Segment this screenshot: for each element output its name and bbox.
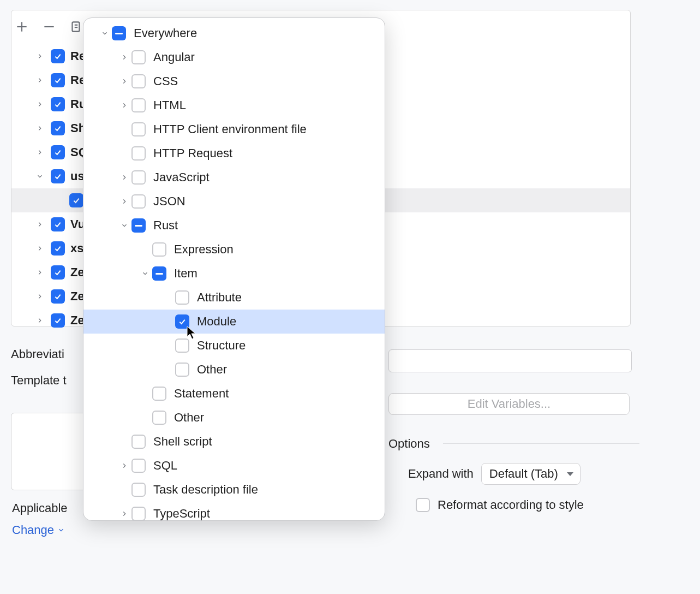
chevron-down-icon[interactable] [34, 173, 45, 180]
chevron-right-icon[interactable] [34, 221, 45, 228]
chevron-right-icon[interactable] [34, 317, 45, 324]
group-checkbox[interactable] [51, 289, 65, 304]
context-checkbox[interactable] [112, 26, 126, 40]
chevron-right-icon[interactable] [34, 293, 45, 300]
context-label: Attribute [197, 290, 242, 305]
context-checkbox[interactable] [131, 459, 146, 473]
abbreviation-input[interactable] [388, 349, 632, 372]
chevron-down-icon[interactable] [117, 222, 131, 229]
group-checkbox[interactable] [51, 145, 65, 159]
chevron-down-icon[interactable] [138, 270, 152, 277]
context-row[interactable]: Everywhere [83, 21, 385, 45]
group-checkbox[interactable] [51, 241, 65, 256]
context-row[interactable]: Angular [83, 45, 385, 69]
context-checkbox[interactable] [131, 74, 146, 88]
context-label: Other [174, 411, 204, 425]
context-row[interactable]: Attribute [83, 286, 385, 310]
group-checkbox[interactable] [51, 73, 65, 87]
add-icon[interactable] [15, 20, 29, 34]
context-checkbox[interactable] [152, 242, 166, 257]
context-row[interactable]: Expression [83, 237, 385, 262]
options-divider [443, 443, 639, 444]
edit-variables-button[interactable]: Edit Variables... [388, 393, 630, 415]
context-label: Structure [197, 338, 246, 353]
group-checkbox[interactable] [51, 169, 65, 183]
reformat-checkbox[interactable] [416, 498, 430, 512]
context-label: Item [174, 266, 198, 281]
group-checkbox[interactable] [51, 265, 65, 280]
chevron-right-icon[interactable] [34, 245, 45, 252]
context-checkbox[interactable] [152, 387, 166, 401]
context-label: Expression [174, 242, 234, 257]
context-checkbox[interactable] [152, 266, 166, 281]
change-link[interactable]: Change [12, 523, 65, 537]
context-checkbox[interactable] [175, 314, 189, 329]
chevron-right-icon[interactable] [117, 102, 131, 109]
context-checkbox[interactable] [131, 435, 146, 449]
context-checkbox[interactable] [152, 411, 166, 425]
context-checkbox[interactable] [175, 363, 189, 377]
chevron-right-icon[interactable] [34, 269, 45, 276]
context-picker-tree[interactable]: EverywhereAngularCSSHTMLHTTP Client envi… [83, 18, 385, 520]
context-row[interactable]: Other [83, 358, 385, 382]
context-checkbox[interactable] [131, 98, 146, 112]
chevron-right-icon[interactable] [34, 124, 45, 132]
group-checkbox[interactable] [51, 97, 65, 111]
context-checkbox[interactable] [175, 338, 189, 353]
duplicate-icon[interactable] [69, 20, 83, 34]
context-row[interactable]: JavaScript [83, 165, 385, 189]
context-row[interactable]: HTTP Client environment file [83, 117, 385, 141]
context-row[interactable]: Structure [83, 334, 385, 358]
context-checkbox[interactable] [131, 50, 146, 64]
context-row[interactable]: JSON [83, 189, 385, 213]
group-checkbox[interactable] [51, 49, 65, 63]
context-label: Rust [153, 218, 178, 233]
remove-icon[interactable] [42, 20, 56, 34]
context-checkbox[interactable] [131, 170, 146, 185]
context-checkbox[interactable] [131, 507, 146, 520]
expand-with-select[interactable]: Default (Tab) [481, 463, 581, 485]
context-row[interactable]: Other [83, 406, 385, 430]
context-checkbox[interactable] [131, 122, 146, 136]
group-checkbox[interactable] [51, 121, 65, 135]
context-checkbox[interactable] [131, 218, 146, 233]
chevron-right-icon[interactable] [34, 100, 45, 108]
context-label: Task description file [153, 483, 258, 497]
context-label: Angular [153, 50, 195, 64]
context-row[interactable]: CSS [83, 69, 385, 93]
context-checkbox[interactable] [131, 194, 146, 209]
context-row[interactable]: Module [83, 310, 385, 334]
chevron-right-icon[interactable] [117, 510, 131, 518]
context-label: CSS [153, 74, 178, 88]
context-row[interactable]: Statement [83, 382, 385, 406]
context-row[interactable]: SQL [83, 454, 385, 478]
context-row[interactable]: TypeScript [83, 502, 385, 520]
chevron-right-icon[interactable] [117, 78, 131, 85]
context-checkbox[interactable] [175, 290, 189, 305]
context-row[interactable]: Item [83, 262, 385, 286]
context-row[interactable]: Shell script [83, 430, 385, 454]
group-label: Ze [70, 289, 85, 304]
group-label: Ze [70, 313, 85, 328]
context-checkbox[interactable] [131, 146, 146, 161]
context-checkbox[interactable] [131, 483, 146, 497]
chevron-right-icon[interactable] [117, 174, 131, 181]
context-label: JSON [153, 194, 186, 209]
context-row[interactable]: HTTP Request [83, 141, 385, 165]
chevron-down-icon[interactable] [98, 29, 112, 37]
group-checkbox[interactable] [51, 313, 65, 328]
chevron-right-icon[interactable] [117, 198, 131, 205]
chevron-right-icon[interactable] [34, 148, 45, 156]
chevron-right-icon[interactable] [34, 52, 45, 60]
context-row[interactable]: Task description file [83, 478, 385, 502]
context-label: Other [197, 363, 227, 377]
group-checkbox[interactable] [51, 217, 65, 231]
chevron-right-icon[interactable] [34, 76, 45, 84]
item-checkbox[interactable] [69, 193, 83, 207]
context-row[interactable]: HTML [83, 93, 385, 117]
chevron-right-icon[interactable] [117, 462, 131, 470]
context-row[interactable]: Rust [83, 213, 385, 237]
chevron-right-icon[interactable] [117, 54, 131, 61]
context-label: Shell script [153, 435, 212, 449]
context-label: HTML [153, 98, 186, 112]
